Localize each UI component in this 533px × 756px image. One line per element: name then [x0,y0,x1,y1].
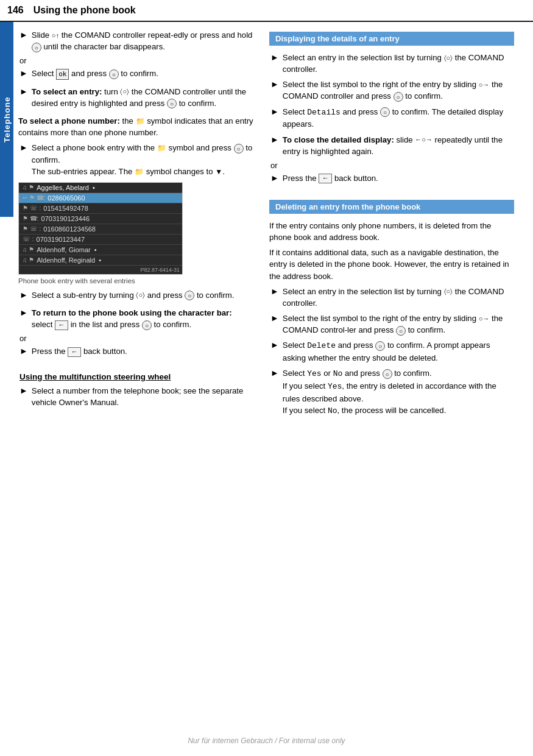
confirm-icon: ○ [396,326,406,336]
bullet-arrow: ► [19,30,28,40]
confirm-icon: ○ [185,291,194,300]
image-tag: P82.87-6414-31 [19,266,182,274]
menu-item-yes: Yes [307,369,321,378]
bullet-arrow: ► [270,173,279,183]
list-item: ► Select Details and press ○ to confirm.… [269,106,514,130]
list-item: ► Press the ← back button. [269,172,514,184]
confirm-icon: ○ [394,92,403,102]
entry-icon: ↩ ⚑ ☎: [23,194,45,201]
bullet-text: To select an entry: turn 〈○〉 the COMAND … [32,86,255,109]
bullet-text: Select the list symbol to the right of t… [283,79,514,102]
list-item: ► To return to the phone book using the … [18,307,255,330]
inline-no: No [328,406,337,415]
phone-entry: ♫ ⚑ Aldenhoff, Giomar • [19,245,182,255]
folder-icon: 📁 [136,116,145,127]
list-item: ► Press the ← back button. [18,345,255,357]
phone-entry: ⚑ ☎: 0703190123446 [19,214,182,224]
folder-icon: 📁 [135,167,144,177]
watermark: Nur für internen Gebrauch / For internal… [0,737,533,745]
entry-icon: ⚑ ☎: [23,215,39,222]
controller-icon: ○↑ [52,31,59,41]
confirm-icon: ○ [380,107,390,117]
list-item: ► To close the detailed display: slide ←… [269,134,514,157]
bullet-arrow: ► [270,107,279,116]
bullet-arrow: ► [19,308,28,317]
controller-icon: 〈○〉 [444,54,453,63]
bullet-arrow: ► [19,68,28,78]
entry-icon: ⚑ ☏ : [23,205,41,211]
list-item: ► Select an entry in the selection list … [269,286,514,309]
list-item: ► Select a number from the telephone boo… [18,385,255,408]
list-item: ► Select the list symbol to the right of… [269,313,514,336]
phone-book-image: ♫ ⚑ Aggelles, Abelard • ↩ ⚑ ☎: 028606506… [18,182,183,275]
list-item: ► Slide ○↑ the COMAND controller repeat-… [18,29,255,52]
bullet-text: Select an entry in the selection list by… [283,286,514,309]
entry-name: Aldenhoff, Reginald • [37,256,101,264]
list-item: ► Select an entry in the selection list … [269,52,514,75]
bullet-text: To close the detailed display: slide ←○→… [283,134,514,157]
list-item: ► Select a phone book entry with the 📁 s… [18,142,255,177]
bullet-arrow: ► [270,79,279,89]
list-item: ► Select Yes or No and press ○ to confir… [269,367,514,417]
controller-icon: ←○→ [415,135,432,145]
or-separator: or [19,56,255,65]
back-button-icon: ← [319,174,332,183]
entry-icon: ♫ ⚑ [23,184,34,191]
bullet-text: Select an entry in the selection list by… [283,52,514,75]
confirm-icon: ○ [167,99,177,108]
entry-icon: ⚑ ☏ : [23,225,41,232]
phone-entry: ♫ ⚑ Aldenhoff, Reginald • [19,255,182,266]
section-header-delete: Deleting an entry from the phone book [269,200,514,214]
bullet-arrow: ► [19,87,28,96]
entry-number: 0703190123447 [37,236,85,243]
bullet-text: Select the list symbol to the right of t… [283,313,514,336]
controller-icon: ○→ [479,80,490,90]
or-separator: or [19,334,255,343]
confirm-icon: ○ [383,369,392,379]
entry-number: 015415492478 [43,205,88,212]
page-title: Using the phone book [34,5,136,16]
bullet-arrow: ► [19,143,28,152]
right-column: Displaying the details of an entry ► Sel… [262,29,524,421]
section-header-details: Displaying the details of an entry [269,32,514,46]
confirm-icon: ○ [234,144,244,154]
bullet-arrow: ► [270,135,279,144]
list-item: ► To select an entry: turn 〈○〉 the COMAN… [18,86,255,109]
bullet-text: Select Details and press ○ to confirm. T… [283,106,514,130]
paragraph-delete-2: If it contains additional data, such as … [269,247,514,281]
bullet-text: Select ok and press ○ to confirm. [32,68,158,79]
controller-icon: 〈○〉 [136,291,145,300]
bullet-arrow: ► [270,286,279,296]
main-content: ► Slide ○↑ the COMAND controller repeat-… [0,22,533,421]
list-item: ► Select a sub-entry by turning 〈○〉 and … [18,289,255,301]
paragraph-phone-number: To select a phone number: the 📁 symbol i… [18,115,255,138]
bullet-text: Select Yes or No and press ○ to confirm.… [283,367,514,417]
bullet-arrow: ► [19,346,28,356]
entry-number: 01608601234568 [43,225,96,233]
entry-number: 0286065060 [48,194,85,202]
entry-name: Aggelles, Abelard • [37,184,95,191]
confirm-icon: ○ [142,320,152,330]
bullet-arrow: ► [270,52,279,62]
menu-item-delete: Delete [307,341,336,350]
bullet-arrow: ► [270,313,279,323]
entry-icon: ♫ ⚑ [23,256,34,263]
list-item: ► Select ok and press ○ to confirm. [18,68,255,79]
phone-entry: ↩ ⚑ ☎: 0286065060 [19,193,182,203]
bullet-text: Select a number from the telephone book;… [32,385,255,408]
down-icon: ▼ [215,167,222,177]
controller-icon: 〈○〉 [120,87,129,97]
bullet-text: To return to the phone book using the ch… [32,307,255,330]
confirm-icon: ○ [32,43,41,52]
bullet-text: Select a sub-entry by turning 〈○〉 and pr… [32,289,235,301]
page-number: 146 [7,5,24,16]
bullet-arrow: ► [19,386,28,395]
bullet-text: Slide ○↑ the COMAND controller repeat-ed… [32,29,255,52]
list-item: ► Select Delete and press ○ to confirm. … [269,339,514,364]
phone-entry: ⚑ ☏ : 01608601234568 [19,224,182,235]
back-button-icon: ← [68,347,81,357]
entry-number: 0703190123446 [41,215,90,222]
controller-icon: ○→ [479,314,490,324]
controller-icon: 〈○〉 [444,287,453,297]
bullet-text: Select a phone book entry with the 📁 sym… [32,142,255,177]
